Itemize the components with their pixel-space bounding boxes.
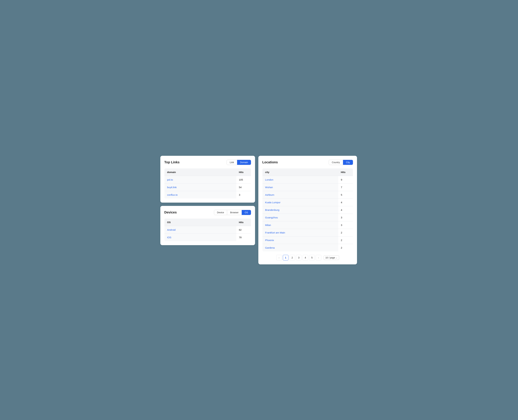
toggle-browser[interactable]: Browser — [227, 210, 242, 215]
location-name-cell[interactable]: Frankfurt am Main — [262, 229, 338, 236]
toggle-city[interactable]: City — [343, 160, 353, 165]
table-row: Kuala Lumpur 4 — [262, 198, 353, 206]
top-links-header: Top Links Link Domain — [164, 160, 251, 165]
location-name-cell[interactable]: Guangzhou — [262, 214, 338, 221]
devices-header: Devices Device Browser OS — [164, 210, 251, 215]
link-name-cell[interactable]: conflux.to — [164, 191, 236, 198]
location-name-cell[interactable]: Phoenix — [262, 236, 338, 244]
per-page-select[interactable]: 10 / page ⌄ — [324, 255, 339, 260]
table-row: Phoenix 2 — [262, 236, 353, 244]
table-row: Brandenburg 4 — [262, 206, 353, 214]
table-row: Guangzhou 3 — [262, 214, 353, 221]
devices-title: Devices — [164, 210, 177, 214]
location-name-cell[interactable]: Gardena — [262, 244, 338, 251]
devices-table: OS Hits Android 82 IOS 78 — [164, 218, 251, 241]
location-hits-cell: 2 — [338, 229, 353, 236]
top-links-header-row: domain Hits — [164, 168, 251, 176]
location-hits-cell: 7 — [338, 183, 353, 191]
table-row: conflux.to 3 — [164, 191, 251, 198]
top-links-col2-header: Hits — [236, 168, 251, 176]
location-name-cell[interactable]: Wuhan — [262, 183, 338, 191]
location-hits-cell: 5 — [338, 191, 353, 198]
location-name-cell[interactable]: London — [262, 176, 338, 183]
page-5-button[interactable]: 5 — [309, 255, 315, 261]
device-name-cell[interactable]: IOS — [164, 233, 236, 241]
main-container: Top Links Link Domain domain Hits pxl.to… — [160, 156, 358, 264]
locations-table: city Hits London 9 Wuhan 7 Ashburn 5 Kua… — [262, 168, 353, 252]
top-links-col1-header: domain — [164, 168, 236, 176]
table-row: IOS 78 — [164, 233, 251, 241]
location-hits-cell: 4 — [338, 198, 353, 206]
top-links-toggle-group: Link Domain — [227, 160, 251, 165]
page-3-button[interactable]: 3 — [296, 255, 302, 261]
toggle-domain[interactable]: Domain — [237, 160, 251, 165]
location-name-cell[interactable]: Milan — [262, 221, 338, 229]
location-hits-cell: 2 — [338, 236, 353, 244]
device-hits-cell: 78 — [236, 233, 251, 241]
devices-col1-header: OS — [164, 218, 236, 226]
devices-toggle-group: Device Browser OS — [214, 210, 251, 215]
device-hits-cell: 82 — [236, 226, 251, 233]
devices-header-row: OS Hits — [164, 218, 251, 226]
prev-page-button[interactable]: ‹ — [276, 255, 282, 261]
table-row: Milan 3 — [262, 221, 353, 229]
table-row: Frankfurt am Main 2 — [262, 229, 353, 236]
top-links-title: Top Links — [164, 160, 180, 164]
left-column: Top Links Link Domain domain Hits pxl.to… — [160, 156, 255, 264]
table-row: Wuhan 7 — [262, 183, 353, 191]
chevron-down-icon: ⌄ — [336, 256, 337, 259]
locations-toggle-group: Country City — [329, 160, 353, 165]
table-row: London 9 — [262, 176, 353, 183]
table-row: pxl.to 105 — [164, 176, 251, 183]
table-row: Gardena 2 — [262, 244, 353, 251]
right-column: Locations Country City city Hits London … — [258, 156, 357, 264]
devices-col2-header: Hits — [236, 218, 251, 226]
toggle-country[interactable]: Country — [329, 160, 343, 165]
location-hits-cell: 4 — [338, 206, 353, 214]
locations-card: Locations Country City city Hits London … — [258, 156, 357, 264]
devices-card: Devices Device Browser OS OS Hits Androi… — [160, 206, 255, 245]
table-row: Ashburn 5 — [262, 191, 353, 198]
locations-col1-header: city — [262, 168, 338, 176]
location-hits-cell: 9 — [338, 176, 353, 183]
locations-header-row: city Hits — [262, 168, 353, 176]
location-hits-cell: 2 — [338, 244, 353, 251]
locations-col2-header: Hits — [338, 168, 353, 176]
link-name-cell[interactable]: buyit.link — [164, 183, 236, 191]
toggle-device[interactable]: Device — [214, 210, 227, 215]
pagination: ‹ 1 2 3 4 5 › 10 / page ⌄ — [262, 255, 353, 261]
link-hits-cell: 105 — [236, 176, 251, 183]
device-name-cell[interactable]: Android — [164, 226, 236, 233]
page-1-button[interactable]: 1 — [283, 255, 289, 261]
locations-header: Locations Country City — [262, 160, 353, 165]
page-2-button[interactable]: 2 — [289, 255, 295, 261]
table-row: Android 82 — [164, 226, 251, 233]
location-name-cell[interactable]: Ashburn — [262, 191, 338, 198]
next-page-button[interactable]: › — [316, 255, 321, 261]
page-4-button[interactable]: 4 — [303, 255, 308, 261]
toggle-os[interactable]: OS — [242, 210, 251, 215]
top-links-card: Top Links Link Domain domain Hits pxl.to… — [160, 156, 255, 202]
location-hits-cell: 3 — [338, 221, 353, 229]
toggle-link[interactable]: Link — [227, 160, 237, 165]
location-name-cell[interactable]: Kuala Lumpur — [262, 198, 338, 206]
link-hits-cell: 54 — [236, 183, 251, 191]
link-name-cell[interactable]: pxl.to — [164, 176, 236, 183]
location-name-cell[interactable]: Brandenburg — [262, 206, 338, 214]
table-row: buyit.link 54 — [164, 183, 251, 191]
locations-title: Locations — [262, 160, 278, 164]
top-links-table: domain Hits pxl.to 105 buyit.link 54 con… — [164, 168, 251, 199]
link-hits-cell: 3 — [236, 191, 251, 198]
per-page-label: 10 / page — [325, 256, 335, 259]
location-hits-cell: 3 — [338, 214, 353, 221]
